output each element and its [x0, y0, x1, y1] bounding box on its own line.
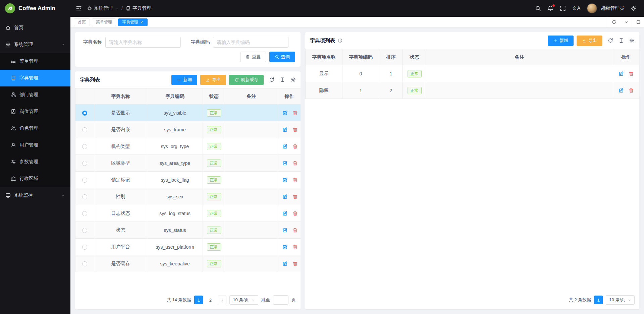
edit-icon[interactable]	[282, 244, 288, 250]
edit-icon[interactable]	[282, 211, 288, 216]
user-avatar[interactable]	[587, 3, 597, 13]
delete-icon[interactable]	[292, 144, 298, 149]
delete-icon[interactable]	[292, 244, 298, 250]
sidebar-item-system-management[interactable]: 系统管理	[0, 36, 70, 53]
reset-button[interactable]: 重置	[240, 52, 266, 62]
app-logo[interactable]: Coffee Admin	[0, 0, 70, 17]
edit-icon[interactable]	[282, 127, 288, 132]
sidebar-item-label: 系统管理	[14, 42, 33, 48]
tab-home[interactable]: 首页	[74, 18, 90, 26]
refresh-table-icon[interactable]	[608, 38, 613, 43]
edit-icon[interactable]	[282, 110, 288, 116]
delete-icon[interactable]	[292, 177, 298, 183]
sidebar-item-role-management[interactable]: 角色管理	[0, 120, 70, 137]
row-radio[interactable]	[82, 144, 87, 149]
edit-icon[interactable]	[282, 144, 288, 149]
table-row[interactable]: 日志状态 sys_log_status 正常	[75, 205, 301, 222]
table-row[interactable]: 是否内嵌 sys_frame 正常	[75, 121, 301, 138]
table-row[interactable]: 状态 sys_status 正常	[75, 222, 301, 239]
edit-icon[interactable]	[282, 228, 288, 233]
edit-icon[interactable]	[282, 177, 288, 183]
next-page-button[interactable]	[218, 296, 226, 304]
row-radio[interactable]	[82, 161, 87, 166]
tab-menu-management[interactable]: 菜单管理	[92, 18, 116, 26]
sidebar-item-menu-management[interactable]: 菜单管理	[0, 53, 70, 70]
table-row[interactable]: 隐藏 1 2 正常	[306, 82, 639, 99]
page-1-button[interactable]: 1	[194, 296, 203, 304]
delete-icon[interactable]	[292, 161, 298, 166]
collapse-sidebar-icon[interactable]	[76, 5, 82, 11]
delete-icon[interactable]	[292, 261, 298, 266]
table-row[interactable]: 是否缓存 sys_keepalive 正常	[75, 255, 301, 272]
export-dict-button[interactable]: 导出	[200, 75, 226, 85]
table-row[interactable]: 是否显示 sys_visible 正常	[75, 105, 301, 121]
delete-icon[interactable]	[629, 71, 634, 76]
page-size-select[interactable]: 10 条/页	[606, 295, 635, 305]
export-dict-item-button[interactable]: 导出	[577, 36, 602, 46]
add-dict-button[interactable]: 新增	[171, 75, 197, 85]
table-settings-icon[interactable]	[629, 38, 635, 43]
row-radio[interactable]	[82, 245, 87, 250]
sidebar-item-system-monitor[interactable]: 系统监控	[0, 187, 70, 204]
close-tab-icon[interactable]	[140, 20, 144, 24]
edit-icon[interactable]	[282, 261, 288, 266]
breadcrumb-item-system[interactable]: 系统管理	[87, 5, 118, 11]
sidebar-item-dept-management[interactable]: 部门管理	[0, 86, 70, 103]
delete-icon[interactable]	[292, 228, 298, 233]
row-radio[interactable]	[82, 178, 87, 183]
row-radio[interactable]	[82, 194, 87, 199]
column-density-icon[interactable]	[619, 38, 624, 43]
table-settings-icon[interactable]	[290, 77, 296, 82]
query-button[interactable]: 查询	[269, 52, 295, 62]
row-radio[interactable]	[82, 127, 87, 132]
edit-icon[interactable]	[619, 71, 624, 76]
row-radio[interactable]	[82, 111, 87, 116]
sidebar-item-param-management[interactable]: 参数管理	[0, 153, 70, 170]
table-row[interactable]: 性别 sys_sex 正常	[75, 188, 301, 205]
username[interactable]: 超级管理员	[601, 5, 624, 11]
delete-icon[interactable]	[292, 211, 298, 216]
refresh-table-icon[interactable]	[269, 77, 274, 82]
dict-code-input[interactable]	[213, 37, 288, 48]
page-1-button[interactable]: 1	[594, 296, 603, 304]
settings-gear-icon[interactable]	[631, 5, 637, 11]
table-row[interactable]: 机构类型 sys_org_type 正常	[75, 138, 301, 155]
notification-bell-icon[interactable]	[547, 5, 553, 11]
refresh-page-icon[interactable]	[608, 17, 620, 27]
column-density-icon[interactable]	[280, 77, 285, 82]
page-size-select[interactable]: 10 条/页	[229, 295, 258, 305]
translate-icon[interactable]: 文A	[572, 5, 581, 11]
row-radio[interactable]	[82, 228, 87, 233]
table-row[interactable]: 显示 0 1 正常	[306, 65, 639, 82]
sidebar-item-post-management[interactable]: 岗位管理	[0, 103, 70, 120]
dict-name-input[interactable]	[105, 37, 181, 48]
delete-icon[interactable]	[629, 88, 634, 93]
edit-icon[interactable]	[282, 194, 288, 199]
jump-page-input[interactable]	[273, 295, 288, 305]
sidebar-item-home[interactable]: 首页	[0, 19, 70, 36]
status-badge: 正常	[207, 109, 221, 117]
sidebar-item-dict-management[interactable]: 字典管理	[0, 70, 70, 86]
row-radio[interactable]	[82, 261, 87, 266]
table-row[interactable]: 区域类型 sys_area_type 正常	[75, 155, 301, 172]
tab-dict-management[interactable]: 字典管理	[118, 18, 148, 26]
delete-icon[interactable]	[292, 127, 298, 132]
info-icon[interactable]	[338, 38, 342, 43]
row-radio[interactable]	[82, 211, 87, 216]
search-icon[interactable]	[535, 5, 541, 11]
fullscreen-icon[interactable]	[560, 5, 566, 11]
delete-icon[interactable]	[292, 194, 298, 199]
maximize-content-icon[interactable]	[632, 17, 644, 27]
breadcrumb-item-dict[interactable]: 字典管理	[126, 5, 151, 11]
sidebar-item-region-management[interactable]: 行政区域	[0, 170, 70, 187]
refresh-cache-button[interactable]: 刷新缓存	[229, 75, 264, 85]
delete-icon[interactable]	[292, 110, 298, 116]
page-2-button[interactable]: 2	[206, 296, 215, 304]
sidebar-item-user-management[interactable]: 用户管理	[0, 137, 70, 153]
table-row[interactable]: 用户平台 sys_user_platform 正常	[75, 239, 301, 255]
add-dict-item-button[interactable]: 新增	[548, 36, 574, 46]
tabs-dropdown-icon[interactable]	[620, 17, 632, 27]
table-row[interactable]: 锁定标记 sys_lock_flag 正常	[75, 172, 301, 188]
edit-icon[interactable]	[619, 88, 624, 93]
edit-icon[interactable]	[282, 161, 288, 166]
